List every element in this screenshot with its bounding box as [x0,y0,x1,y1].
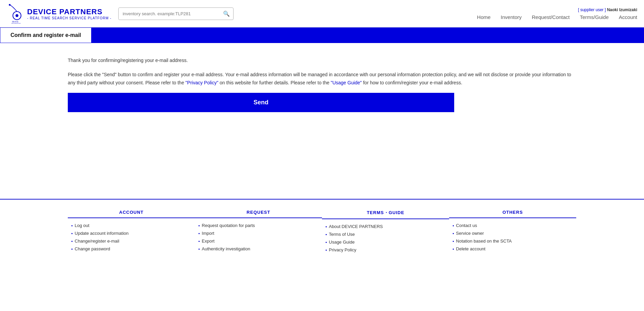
footer-change-password[interactable]: Change password [75,246,110,251]
footer-usage-guide[interactable]: Usage Guide [329,240,355,245]
list-item: About DEVICE PARTNERS [325,224,449,229]
footer-terms-of-use[interactable]: Terms of Use [329,232,355,237]
list-item: Import [198,231,322,236]
list-item: Export [198,239,322,244]
footer-request-title: REQUEST [195,210,322,218]
intro-paragraph: Thank you for confirming/registering you… [68,57,576,65]
footer-request: REQUEST Request quotation for parts Impo… [195,210,322,255]
user-info: [ supplier user ] Naoki Izumizaki [578,7,637,12]
list-item: Contact us [452,223,576,228]
footer-account-title: ACCOUNT [68,210,195,218]
footer-export[interactable]: Export [202,239,215,244]
footer-others: OTHERS Contact us Service owner Notation… [449,210,576,255]
logo-icon: DEVICE PARTNERS [7,3,27,24]
list-item: Change/register e-mail [71,239,195,244]
footer-account: ACCOUNT Log out Update account informati… [68,210,195,255]
send-button[interactable]: Send [68,93,454,112]
list-item: Service owner [452,231,576,236]
list-item: Update account information [71,231,195,236]
list-item: Usage Guide [325,240,449,245]
main-nav: Home Inventory Request/Contact Terms/Gui… [477,14,637,20]
username: Naoki Izumizaki [607,7,637,12]
footer-contact[interactable]: Contact us [456,223,477,228]
list-item: Request quotation for parts [198,223,322,228]
footer-terms-list: About DEVICE PARTNERS Terms of Use Usage… [322,224,449,252]
svg-text:DEVICE: DEVICE [12,21,19,23]
footer-terms: TERMS・GUIDE About DEVICE PARTNERS Terms … [322,210,449,255]
footer-logout[interactable]: Log out [75,223,89,228]
footer-terms-title: TERMS・GUIDE [322,210,449,219]
footer-notation-scta[interactable]: Notation based on the SCTA [456,239,512,244]
footer-authenticity[interactable]: Authenticity investigation [202,246,250,251]
svg-text:PARTNERS: PARTNERS [12,23,21,24]
search-button[interactable]: 🔍 [220,8,233,20]
footer: ACCOUNT Log out Update account informati… [0,200,644,265]
nav-terms-guide[interactable]: Terms/Guide [580,14,609,20]
logo-area: DEVICE PARTNERS DEVICE PARTNERS - REAL T… [7,3,112,24]
main-content: Thank you for confirming/registering you… [0,43,644,179]
nav-area: [ supplier user ] Naoki Izumizaki Home I… [477,7,637,20]
banner-tab: Confirm and register e-mail [0,27,92,43]
footer-account-list: Log out Update account information Chang… [68,223,195,251]
footer-about[interactable]: About DEVICE PARTNERS [329,224,383,229]
header: DEVICE PARTNERS DEVICE PARTNERS - REAL T… [0,0,644,27]
footer-privacy-policy[interactable]: Privacy Policy [329,247,356,252]
user-role-label: [ supplier user ] [578,7,606,12]
search-box: 🔍 [118,7,234,20]
svg-point-2 [9,4,11,6]
list-item: Change password [71,246,195,251]
footer-others-title: OTHERS [449,210,576,218]
brand-tagline: - REAL TIME SEARCH SERVICE PLATFORM - [27,16,112,20]
footer-request-list: Request quotation for parts Import Expor… [195,223,322,251]
usage-guide-link[interactable]: "Usage Guide" [331,80,362,85]
list-item: Notation based on the SCTA [452,239,576,244]
list-item: Log out [71,223,195,228]
search-area: 🔍 [118,7,234,20]
nav-inventory[interactable]: Inventory [501,14,522,20]
nav-request-contact[interactable]: Request/Contact [532,14,570,20]
brand-name: DEVICE PARTNERS [27,7,112,16]
privacy-policy-link[interactable]: "Privacy Policy" [185,80,218,85]
list-item: Terms of Use [325,232,449,237]
banner-tab-label: Confirm and register e-mail [11,32,81,38]
list-item: Authenticity investigation [198,246,322,251]
footer-quotation[interactable]: Request quotation for parts [202,223,255,228]
brand-text: DEVICE PARTNERS - REAL TIME SEARCH SERVI… [27,7,112,20]
footer-import[interactable]: Import [202,231,214,236]
footer-change-email[interactable]: Change/register e-mail [75,239,119,244]
details-paragraph: Please click the "Send" button to confir… [68,71,576,87]
footer-update-account[interactable]: Update account information [75,231,128,236]
search-input[interactable] [119,8,220,19]
footer-delete-account[interactable]: Delete account [456,246,485,251]
list-item: Privacy Policy [325,247,449,252]
nav-home[interactable]: Home [477,14,490,20]
svg-point-1 [16,14,19,17]
nav-account[interactable]: Account [619,14,637,20]
footer-service-owner[interactable]: Service owner [456,231,484,236]
footer-others-list: Contact us Service owner Notation based … [449,223,576,251]
page-banner: Confirm and register e-mail [0,27,644,43]
list-item: Delete account [452,246,576,251]
